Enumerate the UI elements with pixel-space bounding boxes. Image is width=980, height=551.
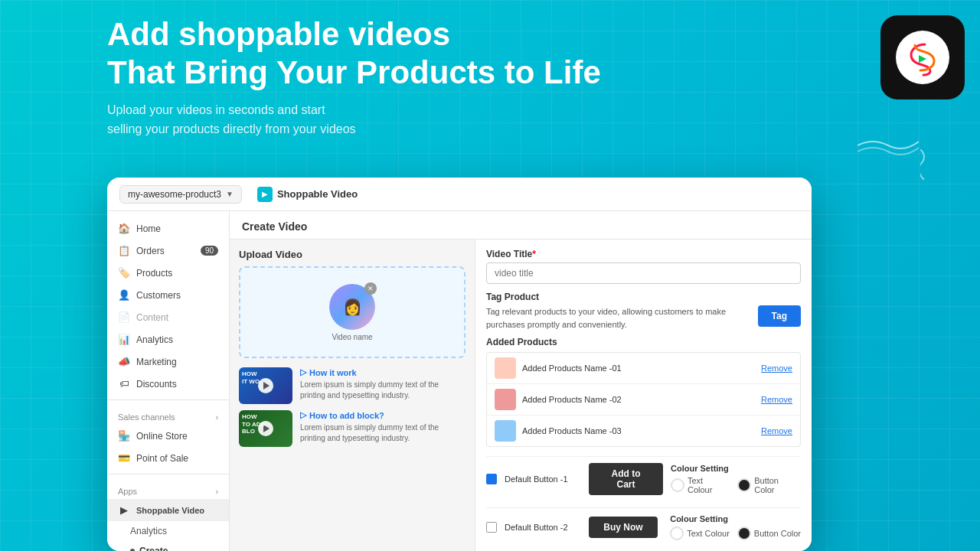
hero-title-1: Add shoppable videos	[107, 15, 601, 54]
sidebar-item-discounts[interactable]: 🏷 Discounts	[107, 373, 229, 395]
right-panel: Video Title* Tag Product Tag relevant pr…	[475, 240, 812, 551]
sales-channels-arrow: ›	[216, 413, 218, 422]
page-title: Create Video	[230, 211, 812, 240]
remove-btn-1[interactable]: Remove	[761, 364, 792, 373]
content-icon: 📄	[118, 311, 130, 323]
default-btn-2-checkbox[interactable]	[486, 522, 497, 533]
sidebar-item-customers[interactable]: 👤 Customers	[107, 284, 229, 306]
sidebar-label-customers: Customers	[136, 290, 181, 301]
product-thumb-1	[495, 357, 516, 379]
tag-product-desc: Tag relevant products to your video, all…	[486, 305, 752, 331]
default-btn-1-label: Default Button -1	[505, 474, 581, 484]
pos-icon: 💳	[118, 452, 130, 464]
submenu-create-label: Create	[139, 546, 168, 551]
marketing-icon: 📣	[118, 356, 130, 367]
sales-channels-section: Sales channels ›	[107, 405, 229, 425]
video-desc-2: Lorem ipsum is simply dummy text of the …	[300, 422, 466, 444]
add-to-cart-btn[interactable]: Add to Cart	[589, 463, 663, 495]
default-btn-1-checkbox[interactable]	[486, 474, 497, 484]
analytics-icon: 📊	[118, 334, 130, 345]
logo-svg	[903, 38, 942, 77]
sidebar-item-pos[interactable]: 💳 Point of Sale	[107, 447, 229, 469]
sidebar-item-online-store[interactable]: 🏪 Online Store	[107, 425, 229, 447]
product-name-2: Added Products Name -02	[522, 395, 755, 404]
video-title-label: Video Title*	[486, 249, 801, 259]
upload-area[interactable]: 👩 ✕ Video name	[239, 266, 466, 358]
text-colour-circle-2[interactable]	[670, 527, 684, 540]
video-title-input[interactable]	[486, 262, 801, 284]
upload-label: Upload Video	[239, 249, 466, 260]
product-thumb-2	[495, 389, 516, 410]
video-info-2: ▷ How to add block? Lorem ipsum is simpl…	[300, 410, 466, 444]
video-title-icon-2: ▷	[300, 410, 306, 420]
sidebar-label-marketing: Marketing	[136, 357, 177, 367]
button-row-1: Default Button -1 Add to Cart Colour Set…	[486, 456, 801, 501]
remove-btn-3[interactable]: Remove	[761, 426, 792, 435]
sidebar-divider-2	[107, 474, 229, 474]
sidebar-item-analytics[interactable]: 📊 Analytics	[107, 328, 229, 350]
added-product-2: Added Products Name -02 Remove	[487, 384, 800, 416]
store-selector-chevron: ▼	[226, 190, 234, 198]
video-thumb-1: HOWIT WO	[239, 367, 292, 404]
submenu-analytics-label: Analytics	[130, 526, 167, 536]
sidebar-divider-1	[107, 399, 229, 400]
video-thumb-2: HOWTO ADDBLO	[239, 410, 292, 447]
video-item-2[interactable]: HOWTO ADDBLO ▷ How to add block? Lorem i…	[239, 410, 466, 447]
inner-content: Upload Video 👩 ✕ Video name	[230, 240, 812, 551]
sidebar-label-analytics: Analytics	[136, 334, 173, 345]
brand-logo-icon: ▶	[257, 187, 273, 202]
top-bar: my-awesome-product3 ▼ ▶ Shoppable Video	[107, 178, 812, 211]
upload-close-btn[interactable]: ✕	[364, 282, 377, 295]
colour-setting-title-2: Colour Setting	[670, 514, 801, 523]
discounts-icon: 🏷	[118, 378, 130, 390]
hero-section: Add shoppable videos That Bring Your Pro…	[107, 15, 601, 139]
sidebar-item-orders[interactable]: 📋 Orders 90	[107, 240, 229, 262]
app-logo	[880, 15, 965, 99]
buy-now-btn[interactable]: Buy Now	[589, 517, 658, 538]
online-store-icon: 🏪	[118, 430, 130, 442]
store-name: my-awesome-product3	[128, 189, 221, 200]
sidebar-item-shoppable-video[interactable]: ▶ Shoppable Video	[107, 499, 229, 521]
tag-product-row: Tag relevant products to your video, all…	[486, 305, 801, 331]
product-name-3: Added Products Name -03	[522, 426, 755, 435]
products-icon: 🏷️	[118, 267, 130, 279]
play-btn-1	[258, 378, 273, 393]
video-info-1: ▷ How it work Lorem ipsum is simply dumm…	[300, 367, 466, 401]
colour-section-2: Colour Setting Text Colour Button Color	[670, 514, 801, 540]
sidebar-label-home: Home	[136, 223, 161, 234]
button-row-2: Default Button -2 Buy Now Colour Setting…	[486, 507, 801, 546]
button-colour-circle-2[interactable]	[737, 527, 751, 540]
text-colour-circle-1[interactable]	[671, 478, 684, 492]
remove-btn-2[interactable]: Remove	[761, 395, 792, 404]
sidebar-item-products[interactable]: 🏷️ Products	[107, 262, 229, 284]
ui-window: my-awesome-product3 ▼ ▶ Shoppable Video …	[107, 178, 812, 551]
video-item-1[interactable]: HOWIT WO ▷ How it work Lorem ipsum is si…	[239, 367, 466, 404]
tag-button[interactable]: Tag	[758, 305, 801, 327]
product-name-1: Added Products Name -01	[522, 364, 755, 373]
text-colour-option-1: Text Colour	[671, 476, 730, 494]
video-title-2: ▷ How to add block?	[300, 410, 466, 420]
text-colour-option-2: Text Colour	[670, 527, 730, 540]
sidebar-item-content[interactable]: 📄 Content	[107, 306, 229, 328]
sidebar-item-home[interactable]: 🏠 Home	[107, 217, 229, 240]
colour-options-1: Text Colour Button Color	[671, 476, 801, 494]
upload-thumb-container: 👩 ✕	[329, 284, 375, 330]
button-colour-circle-1[interactable]	[737, 478, 751, 492]
button-colour-option-2: Button Color	[737, 527, 801, 540]
colour-setting-title-1: Colour Setting	[671, 464, 801, 473]
submenu-analytics[interactable]: Analytics	[107, 521, 229, 541]
sidebar-item-marketing[interactable]: 📣 Marketing	[107, 350, 229, 373]
store-selector[interactable]: my-awesome-product3 ▼	[119, 185, 242, 204]
added-product-1: Added Products Name -01 Remove	[487, 353, 800, 384]
hero-subtitle: Upload your videos in seconds and start …	[107, 100, 601, 139]
brand-name: Shoppable Video	[277, 188, 358, 200]
play-triangle-1	[263, 382, 270, 390]
added-product-3: Added Products Name -03 Remove	[487, 416, 800, 446]
tag-product-label: Tag Product	[486, 292, 801, 302]
submenu-create[interactable]: Create	[107, 541, 229, 551]
home-icon: 🏠	[118, 223, 130, 234]
video-title-1: ▷ How it work	[300, 367, 466, 377]
hero-title-2: That Bring Your Products to Life	[107, 54, 601, 92]
shoppable-video-icon: ▶	[118, 504, 130, 516]
page-content: Create Video Upload Video 👩 ✕	[230, 211, 812, 551]
